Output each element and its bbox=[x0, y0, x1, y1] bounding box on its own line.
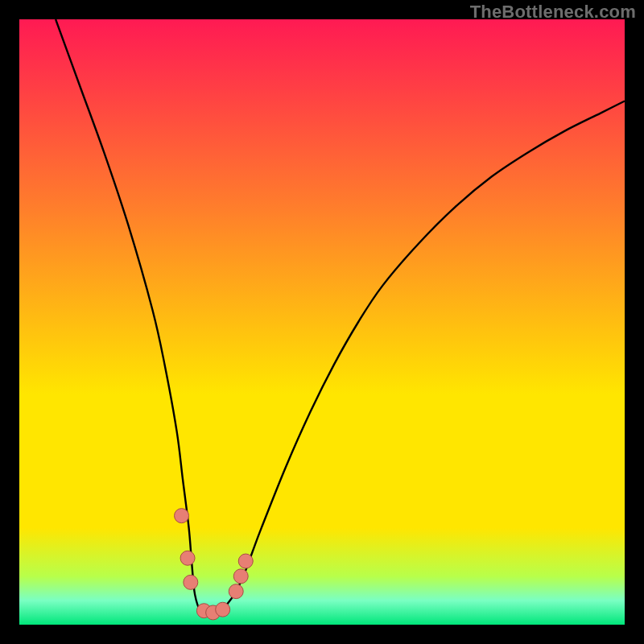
chart-frame: TheBottleneck.com bbox=[0, 0, 644, 644]
curve-marker bbox=[184, 575, 198, 589]
curve-marker bbox=[216, 602, 230, 617]
curve-marker bbox=[233, 569, 248, 584]
curve-marker bbox=[180, 551, 195, 565]
curve-markers bbox=[175, 509, 254, 620]
curve-layer bbox=[19, 19, 625, 625]
watermark-text: TheBottleneck.com bbox=[470, 2, 636, 23]
curve-marker bbox=[175, 509, 189, 523]
bottleneck-curve bbox=[56, 19, 625, 616]
curve-marker bbox=[238, 554, 253, 568]
curve-marker bbox=[229, 584, 243, 599]
plot-area bbox=[19, 19, 625, 625]
